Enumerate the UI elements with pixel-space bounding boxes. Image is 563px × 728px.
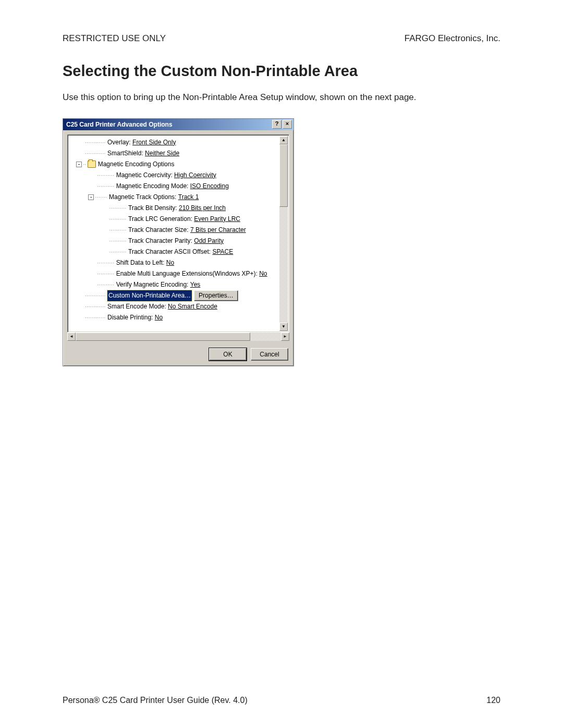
help-icon[interactable]: ? [272,120,282,129]
section-text: Use this option to bring up the Non-Prin… [63,91,500,104]
tree-item-ascii-offset[interactable]: ·········· Track Character ASCII Offset:… [71,246,278,257]
properties-button[interactable]: Properties… [194,290,238,301]
tree-item-shift-data[interactable]: ·········· Shift Data to Left: No [71,257,278,268]
scroll-thumb[interactable] [279,144,288,207]
collapse-icon[interactable]: - [76,162,82,167]
tree-item-multi-lang[interactable]: ·········· Enable Multi Language Extensi… [71,268,278,279]
dialog-title: C25 Card Printer Advanced Options [66,121,271,128]
tree-item-encoding-mode[interactable]: ·········· Magnetic Encoding Mode: ISO E… [71,181,278,192]
advanced-options-dialog: C25 Card Printer Advanced Options ? × ··… [63,118,294,366]
scroll-up-icon[interactable]: ▲ [279,136,288,144]
dialog-footer: OK Cancel [63,344,293,366]
folder-icon [88,161,96,168]
tree-item-overlay[interactable]: ············ Overlay: Front Side Only [71,137,278,148]
tree-view[interactable]: ············ Overlay: Front Side Only ··… [67,134,289,332]
page-header: RESTRICTED USE ONLY FARGO Electronics, I… [63,33,500,44]
dialog-titlebar[interactable]: C25 Card Printer Advanced Options ? × [63,119,293,130]
tree-item-track-options[interactable]: - ······· Magnetic Track Options: Track … [71,192,278,203]
tree-item-disable-printing[interactable]: ············ Disable Printing: No [71,312,278,323]
scroll-left-icon[interactable]: ◄ [67,332,76,341]
tree-item-char-parity[interactable]: ·········· Track Character Parity: Odd P… [71,236,278,246]
hscroll-thumb[interactable] [76,332,250,341]
horizontal-scrollbar[interactable]: ◄ ► [67,332,289,341]
tree-container: ············ Overlay: Front Side Only ··… [67,134,289,341]
collapse-icon[interactable]: - [88,194,94,200]
document-page: RESTRICTED USE ONLY FARGO Electronics, I… [0,0,563,728]
header-left: RESTRICTED USE ONLY [63,33,166,44]
tree-item-bit-density[interactable]: ·········· Track Bit Density: 210 Bits p… [71,203,278,214]
vertical-scrollbar[interactable]: ▲ ▼ [279,136,288,331]
footer-left: Persona® C25 Card Printer User Guide (Re… [63,696,248,705]
page-number: 120 [486,696,500,705]
tree-item-coercivity[interactable]: ·········· Magnetic Coercivity: High Coe… [71,170,278,181]
tree-item-custom-non-printable[interactable]: ············ Custom Non-Printable Area… … [71,290,278,301]
tree-content: ············ Overlay: Front Side Only ··… [71,137,278,323]
page-footer: Persona® C25 Card Printer User Guide (Re… [63,696,500,705]
tree-item-verify-encoding[interactable]: ·········· Verify Magnetic Encoding: Yes [71,279,278,290]
tree-item-smart-encode[interactable]: ············ Smart Encode Mode: No Smart… [71,301,278,312]
tree-item-char-size[interactable]: ·········· Track Character Size: 7 Bits … [71,225,278,236]
scroll-right-icon[interactable]: ► [281,332,289,341]
selected-tree-label: Custom Non-Printable Area… [107,290,192,301]
cancel-button[interactable]: Cancel [251,348,288,361]
header-right: FARGO Electronics, Inc. [405,33,500,44]
tree-item-magnetic-encoding-options[interactable]: - ·· Magnetic Encoding Options [71,159,278,170]
close-icon[interactable]: × [283,120,292,129]
scroll-down-icon[interactable]: ▼ [279,323,288,331]
tree-item-lrc[interactable]: ·········· Track LRC Generation: Even Pa… [71,214,278,225]
section-title: Selecting the Custom Non-Printable Area [63,63,500,80]
tree-item-smartshield[interactable]: ············ SmartShield: Neither Side [71,148,278,159]
ok-button[interactable]: OK [209,348,247,361]
